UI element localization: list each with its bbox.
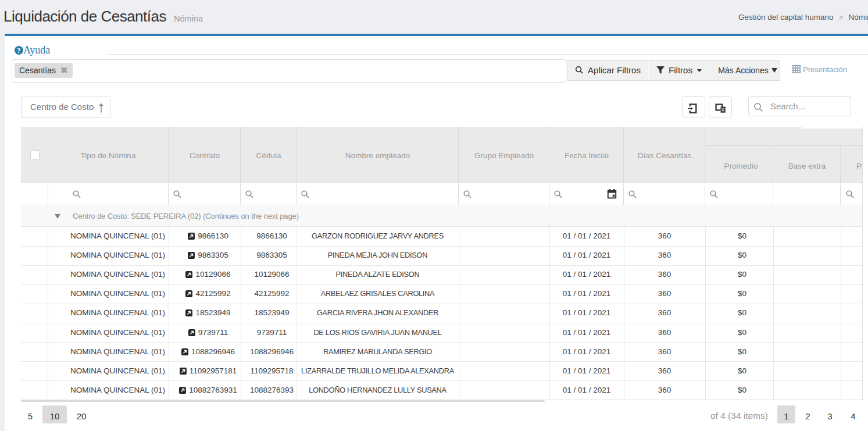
svg-text:?: ?	[17, 46, 21, 55]
